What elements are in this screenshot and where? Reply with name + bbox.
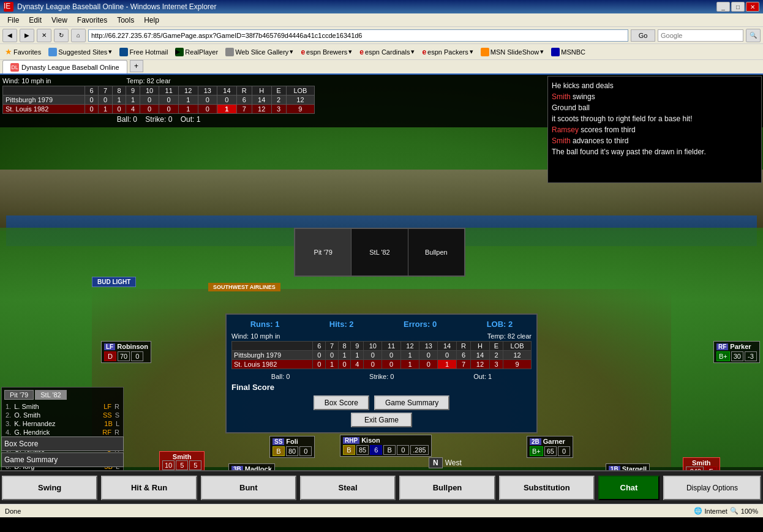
- fav-msn-label[interactable]: MSN SlideShow: [491, 48, 539, 56]
- maximize-button[interactable]: □: [731, 2, 745, 12]
- commentary-line-4: it scoots through to right field for a b…: [552, 113, 757, 124]
- popup-pit-row: Pittsburgh 1979 001100100 614212: [232, 351, 532, 360]
- suggested-icon: [48, 48, 57, 56]
- pit-team-name: Pittsburgh 1979: [3, 96, 85, 105]
- action-bar: Swing Hit & Run Bunt Steal Bullpen Subst…: [0, 470, 763, 504]
- tab-bar: DL Dynasty League Baseball Online +: [0, 60, 763, 75]
- menu-help[interactable]: Help: [139, 15, 164, 26]
- ball-count: Ball: 0: [117, 115, 137, 124]
- msn-icon: [481, 48, 489, 56]
- nav-indicator: N West: [429, 457, 462, 468]
- bunt-button[interactable]: Bunt: [201, 476, 296, 500]
- internet-zone: 🌐: [694, 507, 702, 515]
- fav-realplayer[interactable]: ▶ RealPlayer: [173, 47, 220, 57]
- fav-brewers[interactable]: e espn Brewers ▾: [298, 47, 355, 57]
- forward-button[interactable]: ▶: [20, 29, 34, 42]
- espn2-icon: e: [359, 48, 364, 56]
- commentary-box[interactable]: He kicks and deals Smith swings Ground b…: [547, 76, 762, 183]
- hotmail-icon: [119, 48, 128, 56]
- popup-score-table: 67891011121314 RHELOB Pittsburgh 1979 00…: [231, 341, 532, 369]
- parker-grade: B+: [716, 351, 730, 361]
- foli-stat1: 80: [286, 446, 298, 456]
- search-button[interactable]: 🔍: [746, 29, 761, 42]
- steal-button[interactable]: Steal: [300, 476, 396, 500]
- popup-stl-row: St. Louis 1982 010400101 71239: [232, 360, 532, 369]
- fav-msnbc-label[interactable]: MSNBC: [561, 48, 585, 56]
- address-input[interactable]: [88, 29, 628, 42]
- temp-label: Temp: 82 clear: [127, 77, 171, 84]
- fav-cardinals[interactable]: e espn Cardinals ▾: [357, 47, 417, 57]
- chat-button[interactable]: Chat: [598, 476, 660, 500]
- out-count: Out: 1: [181, 115, 201, 124]
- home-button[interactable]: ⌂: [71, 29, 86, 42]
- fav-packers[interactable]: e espn Packers ▾: [419, 47, 475, 57]
- scoreboard-pit-tab[interactable]: Pit '79: [295, 229, 351, 275]
- garner-stat2: 0: [558, 446, 570, 456]
- search-input[interactable]: [658, 29, 743, 42]
- substitution-button[interactable]: Substitution: [499, 476, 595, 500]
- tab-icon: DL: [10, 63, 19, 72]
- lineup-tabs: Pit '79 StL '82: [4, 390, 121, 400]
- player-card-smith-bat: Smith 10 5 5: [159, 451, 205, 472]
- swing-button[interactable]: Swing: [2, 476, 97, 500]
- fav-hotmail[interactable]: Free Hotmail: [117, 47, 170, 57]
- player-card-robinson: LF Robinson D 70 0: [101, 341, 151, 363]
- fav-suggested[interactable]: Suggested Sites ▾: [46, 47, 115, 57]
- foli-name: Foli: [286, 438, 298, 445]
- stop-button[interactable]: ✕: [37, 29, 51, 42]
- scoreboard-stl-tab[interactable]: StL '82: [351, 229, 408, 275]
- minimize-button[interactable]: _: [716, 2, 730, 12]
- menu-edit[interactable]: Edit: [24, 15, 47, 26]
- popup-box-score-button[interactable]: Box Score: [314, 395, 369, 410]
- fav-webslice[interactable]: Web Slice Gallery ▾: [223, 47, 296, 57]
- scoreboard-bullpen-tab[interactable]: Bullpen: [408, 229, 464, 275]
- lineup-stl-tab[interactable]: StL '82: [35, 390, 67, 400]
- parker-stat2: -3: [745, 351, 757, 361]
- fav-cards-label[interactable]: espn Cardinals: [365, 48, 410, 56]
- menu-favorites[interactable]: Favorites: [72, 15, 112, 26]
- fav-label[interactable]: Suggested Sites: [58, 48, 107, 56]
- game-area: BUD LIGHT SOUTHWEST AIRLINES Pit '79 StL…: [0, 75, 763, 504]
- popup-game-summary-button[interactable]: Game Summary: [374, 395, 449, 410]
- nav-west: West: [445, 459, 462, 467]
- popup-buttons: Box Score Game Summary: [231, 395, 532, 410]
- strike-count: Strike: 0: [145, 115, 172, 124]
- window-title: Dynasty League Baseball Online - Windows…: [17, 2, 716, 11]
- popup-errors: Errors: 0: [404, 320, 437, 329]
- fav-rp-label[interactable]: RealPlayer: [185, 48, 218, 56]
- fav-hotmail-label[interactable]: Free Hotmail: [129, 48, 168, 56]
- bullpen-button[interactable]: Bullpen: [399, 476, 495, 500]
- tab-label: Dynasty League Baseball Online: [21, 64, 119, 71]
- hit-run-button[interactable]: Hit & Run: [101, 476, 197, 500]
- go-button[interactable]: Go: [631, 29, 655, 42]
- southwest-sign: SOUTHWEST AIRLINES: [208, 283, 280, 291]
- back-button[interactable]: ◀: [2, 29, 17, 42]
- game-summary-button[interactable]: Game Summary: [1, 452, 124, 467]
- fav-packers-label[interactable]: espn Packers: [427, 48, 468, 56]
- fav-ws-label[interactable]: Web Slice Gallery: [235, 48, 288, 56]
- robinson-stat2: 0: [131, 351, 143, 361]
- fav-msn[interactable]: MSN SlideShow ▾: [478, 47, 546, 57]
- box-score-button[interactable]: Box Score: [1, 436, 124, 451]
- garner-name: Garner: [543, 438, 565, 445]
- browser-tab-dynasty[interactable]: DL Dynasty League Baseball Online: [2, 60, 127, 73]
- commentary-line-6: Smith advances to third: [552, 135, 757, 146]
- smith-bat-stat3: 5: [189, 460, 201, 470]
- close-button[interactable]: ✕: [746, 2, 759, 12]
- display-options-button[interactable]: Display Options: [663, 476, 761, 500]
- window-controls[interactable]: _ □ ✕: [716, 2, 759, 12]
- menu-file[interactable]: File: [2, 15, 24, 26]
- fav-brewers-label[interactable]: espn Brewers: [306, 48, 347, 56]
- exit-game-button[interactable]: Exit Game: [351, 413, 412, 427]
- favorites-label[interactable]: Favorites: [13, 48, 41, 56]
- new-tab-button[interactable]: +: [130, 60, 143, 72]
- parker-name: Parker: [730, 343, 751, 350]
- fav-msnbc[interactable]: MSNBC: [549, 47, 588, 57]
- refresh-button[interactable]: ↻: [54, 29, 69, 42]
- favorites-button[interactable]: ★ Favorites: [2, 47, 43, 57]
- menu-tools[interactable]: Tools: [112, 15, 139, 26]
- foli-pos: SS: [272, 438, 284, 445]
- lineup-pit-tab[interactable]: Pit '79: [4, 390, 34, 400]
- menu-view[interactable]: View: [47, 15, 72, 26]
- parker-pos: RF: [716, 343, 728, 350]
